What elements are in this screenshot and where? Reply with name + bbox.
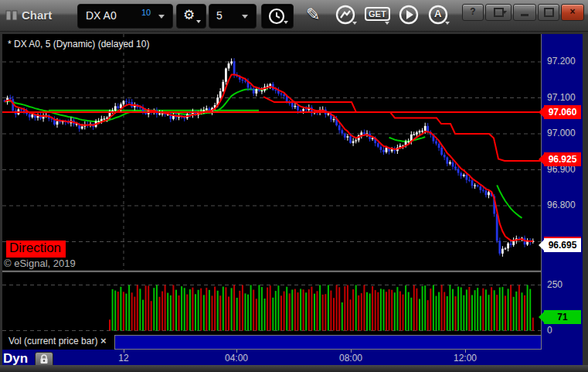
gear-dropdown-caret-icon bbox=[196, 20, 201, 23]
draw-pencil-button[interactable]: ✎ bbox=[306, 5, 320, 25]
minimize-icon bbox=[521, 14, 529, 16]
volume-tick: 0 bbox=[547, 325, 583, 336]
get-caret-icon bbox=[385, 22, 389, 25]
dynamic-mode-label: Dyn bbox=[3, 351, 28, 367]
window-title: Chart bbox=[22, 9, 52, 22]
volume-tag-current: 71 bbox=[544, 310, 581, 324]
vol-study-tab[interactable]: Vol (current price bar) bbox=[8, 336, 97, 346]
time-label: 12:00 bbox=[445, 353, 485, 363]
window-bottom-edge bbox=[0, 365, 588, 372]
vol-tab-close-icon[interactable]: × bbox=[100, 335, 107, 346]
price-tick: 97.000 bbox=[547, 128, 583, 138]
chart-window: Chart DX A0 10 ⚙ 5 ✎ bbox=[0, 0, 588, 372]
interval-dropdown-caret-icon bbox=[242, 15, 248, 19]
interval-combobox[interactable]: 5 bbox=[209, 4, 257, 29]
interval-value: 5 bbox=[216, 9, 223, 22]
chart-window-icon bbox=[5, 10, 19, 21]
line-tools-button[interactable] bbox=[334, 4, 362, 29]
volume-tick: 250 bbox=[547, 279, 583, 290]
price-tag-level: 97.060 bbox=[544, 105, 581, 119]
time-label: 12 bbox=[104, 353, 144, 363]
chart-legend: * DX A0, 5 (Dynamic) (delayed 10) bbox=[8, 39, 149, 49]
gear-icon: ⚙ bbox=[183, 7, 195, 23]
close-icon: × bbox=[569, 6, 575, 17]
time-label: 08:00 bbox=[331, 353, 371, 363]
volume-bars-chart[interactable] bbox=[2, 272, 541, 333]
volume-panel[interactable] bbox=[2, 272, 541, 333]
price-tag-last: 96.695 bbox=[544, 237, 581, 252]
padlock-icon bbox=[39, 353, 49, 364]
symbol-value: DX A0 bbox=[86, 9, 117, 22]
minimize-button[interactable] bbox=[513, 4, 536, 21]
time-axis[interactable] bbox=[2, 350, 582, 365]
a-label: A bbox=[434, 8, 441, 19]
close-button[interactable]: × bbox=[561, 4, 584, 21]
symbol-dropdown-caret-icon bbox=[158, 15, 165, 19]
price-chart-panel[interactable] bbox=[2, 34, 541, 270]
title-bar[interactable]: Chart DX A0 10 ⚙ 5 ✎ bbox=[0, 0, 588, 32]
maximize-icon bbox=[544, 8, 554, 17]
play-button[interactable] bbox=[397, 4, 423, 29]
clock-dropdown-caret-icon bbox=[284, 21, 288, 24]
time-label: 04:00 bbox=[216, 353, 257, 363]
price-tick: 97.100 bbox=[547, 92, 583, 103]
horizontal-scrollbar[interactable] bbox=[114, 335, 542, 350]
annotation-caret-icon bbox=[445, 22, 450, 25]
maximize-button[interactable] bbox=[538, 4, 559, 21]
play-icon bbox=[397, 4, 422, 27]
get-label: GET bbox=[365, 7, 390, 21]
price-tick: 96.800 bbox=[547, 200, 583, 210]
direction-study-label: Direction bbox=[6, 241, 66, 258]
restore-window-button[interactable] bbox=[485, 4, 512, 21]
esignal-copyright: © eSignal, 2019 bbox=[4, 258, 76, 269]
help-label: ? bbox=[470, 6, 475, 17]
price-tick: 97.200 bbox=[547, 56, 583, 67]
help-button[interactable]: ? bbox=[462, 4, 484, 21]
price-tag-stop: 96.925 bbox=[544, 152, 581, 166]
annotation-button[interactable]: A bbox=[427, 4, 454, 29]
symbol-combobox[interactable]: DX A0 10 bbox=[77, 4, 173, 29]
time-templates-button[interactable] bbox=[261, 4, 294, 29]
get-data-button[interactable]: GET bbox=[365, 6, 394, 28]
symbol-badge: 10 bbox=[141, 8, 151, 17]
symbol-settings-button[interactable]: ⚙ bbox=[176, 4, 206, 29]
line-tools-caret-icon bbox=[352, 22, 357, 25]
restore-caret-icon bbox=[502, 11, 507, 14]
candlestick-chart[interactable] bbox=[2, 34, 541, 270]
clock-icon bbox=[268, 8, 285, 25]
